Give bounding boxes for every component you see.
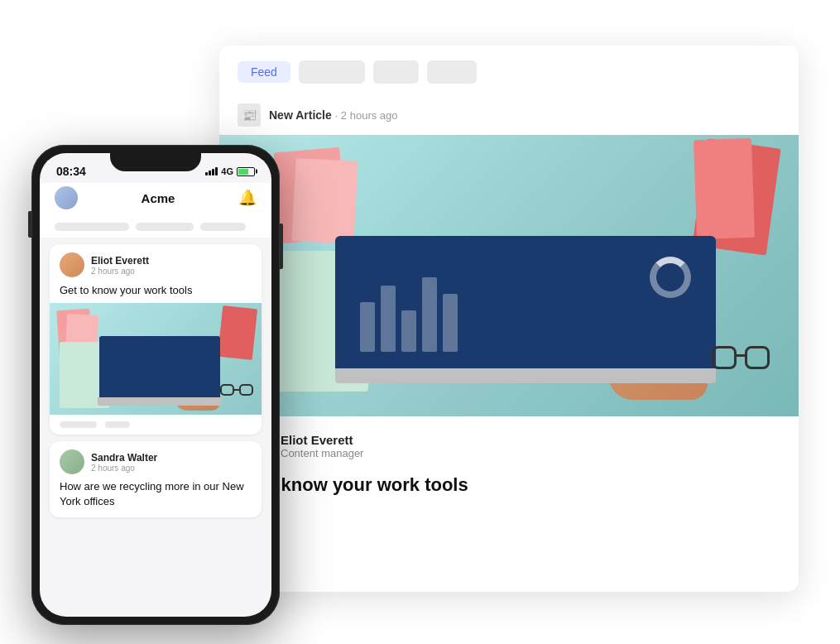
glasses-right	[745, 346, 770, 369]
glasses	[708, 346, 774, 375]
article-meta: New Article · 2 hours ago	[269, 108, 398, 122]
desktop-card: Feed 📰 New Article · 2 hours ago	[219, 46, 799, 592]
article-time: · 2 hours ago	[335, 109, 398, 122]
phone-author-name-2: Sandra Walter	[91, 452, 157, 464]
status-time: 08:34	[56, 165, 86, 178]
network-label: 4G	[221, 166, 233, 176]
phone-app-bar: Acme 🔔	[40, 183, 271, 216]
article-label: New Article	[269, 108, 332, 122]
signal-bars	[205, 167, 218, 175]
tab-bar: Feed	[219, 46, 799, 95]
author-name-desktop: Eliot Everett	[281, 433, 363, 447]
skeleton-pill-1	[55, 223, 129, 231]
mini-laptop-screen	[99, 336, 220, 398]
skeleton-pill-3	[200, 223, 246, 231]
signal-bar-3	[212, 169, 214, 175]
phone-screen[interactable]: 08:34 4G Acme 🔔	[40, 153, 271, 617]
chart-circle	[650, 257, 691, 298]
signal-bar-4	[215, 167, 218, 175]
svg-rect-0	[221, 385, 233, 395]
glasses-frame	[708, 346, 774, 375]
battery-icon	[237, 167, 255, 176]
book-pink-2	[291, 158, 358, 244]
phone-author-time-2: 2 hours ago	[91, 464, 157, 473]
phone-post-header-2: Sandra Walter 2 hours ago	[50, 441, 262, 478]
phone-user-avatar	[55, 186, 78, 209]
desktop-post-info: E Eliot Everett Content manager	[219, 416, 799, 468]
action-pill-1	[60, 421, 97, 428]
phone-post-header-1: Eliot Everett 2 hours ago	[50, 244, 262, 282]
book-pink-3	[694, 138, 755, 239]
action-pill-2	[105, 421, 130, 428]
phone-post-actions-1	[50, 415, 262, 435]
phone-post-text-1: Get to know your work tools	[50, 282, 262, 303]
phone-author-avatar-1	[60, 252, 84, 277]
glasses-left	[712, 346, 737, 369]
desktop-post-title: et to know your work tools	[219, 468, 799, 509]
phone-outer: 08:34 4G Acme 🔔	[31, 145, 280, 625]
signal-bar-2	[209, 171, 211, 175]
phone-author-name-1: Eliot Everett	[91, 255, 149, 267]
chart-bar-4	[422, 277, 437, 352]
chart-bar-3	[401, 310, 416, 352]
glasses-bridge	[737, 354, 745, 357]
svg-rect-1	[240, 385, 252, 395]
battery-fill	[238, 169, 248, 175]
status-icons: 4G	[205, 166, 255, 176]
phone-author-time-1: 2 hours ago	[91, 267, 149, 276]
signal-bar-1	[205, 172, 208, 175]
article-header: 📰 New Article · 2 hours ago	[219, 95, 799, 135]
mini-glasses	[220, 383, 253, 398]
chart-bar-2	[381, 286, 396, 352]
author-details-desktop: Eliot Everett Content manager	[281, 433, 363, 459]
tab-inactive-2[interactable]	[373, 60, 419, 84]
hero-scene	[219, 135, 799, 416]
laptop-chart	[343, 244, 708, 360]
phone-notch	[110, 153, 201, 171]
tab-inactive-1[interactable]	[299, 60, 365, 84]
hero-image	[219, 135, 799, 416]
phone-author-info-2: Sandra Walter 2 hours ago	[91, 452, 157, 473]
phone-bell-icon[interactable]: 🔔	[238, 189, 257, 207]
phone-post-text-2: How are we recycling more in our New Yor…	[50, 478, 262, 517]
phone-post-image-1	[50, 303, 262, 415]
laptop-base	[335, 368, 716, 383]
skeleton-pill-2	[136, 223, 194, 231]
article-icon: 📰	[238, 103, 261, 127]
chart-bar-1	[360, 302, 375, 352]
laptop	[335, 236, 716, 383]
phone-post-card-1[interactable]: Eliot Everett 2 hours ago Get to know yo…	[50, 244, 262, 435]
laptop-screen	[335, 236, 716, 368]
chart-bar-5	[443, 294, 458, 352]
phone-post-card-2[interactable]: Sandra Walter 2 hours ago How are we rec…	[50, 441, 262, 517]
phone-author-avatar-2	[60, 449, 84, 474]
mini-laptop-base	[98, 397, 222, 406]
skeleton-row	[40, 216, 271, 238]
phone-author-info-1: Eliot Everett 2 hours ago	[91, 255, 149, 276]
phone-wrapper: 08:34 4G Acme 🔔	[31, 145, 280, 625]
author-role-desktop: Content manager	[281, 447, 363, 459]
phone-app-name: Acme	[142, 191, 175, 205]
tab-feed[interactable]: Feed	[238, 61, 290, 83]
tab-inactive-3[interactable]	[427, 60, 477, 84]
mini-book-red	[218, 305, 257, 360]
